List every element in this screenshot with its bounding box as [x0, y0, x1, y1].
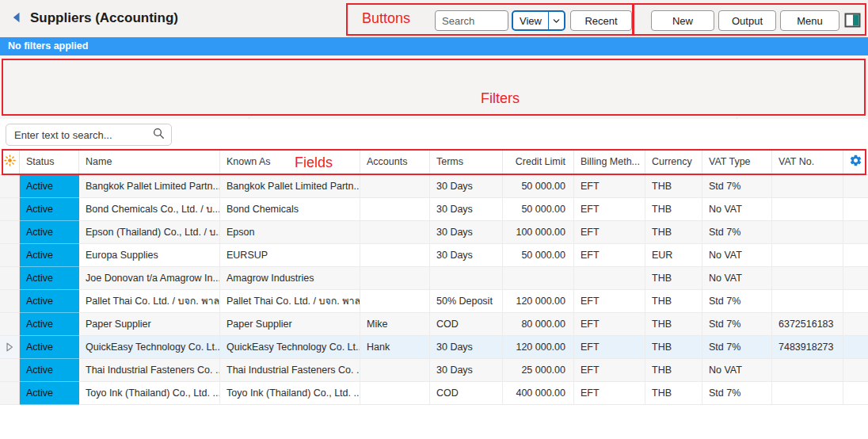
cell-terms: 30 Days: [430, 221, 503, 244]
cell-status: Active: [20, 382, 79, 405]
new-button[interactable]: New: [651, 10, 714, 31]
cell-accounts: [360, 290, 430, 313]
list-search-row: [0, 119, 868, 149]
column-header-name[interactable]: Name: [79, 149, 220, 174]
cell-credit-limit: 120 000.00: [503, 290, 574, 313]
back-icon: [10, 11, 23, 27]
cell-credit-limit: 50 000.00: [503, 244, 574, 267]
table-row[interactable]: Active Bond Chemicals Co., Ltd. / บ... B…: [0, 198, 868, 221]
status-badge: Active: [26, 181, 53, 192]
cell-terms: 30 Days: [430, 175, 503, 198]
toolbar-search-input[interactable]: [435, 10, 508, 31]
cell-vat-type: No VAT: [702, 359, 772, 382]
cell-vat-type: Std 7%: [702, 313, 772, 336]
cell-vat-no: 6372516183: [772, 313, 843, 336]
row-selector-gutter: [0, 359, 20, 382]
column-header-currency[interactable]: Currency: [645, 149, 702, 174]
menu-button-label: Menu: [797, 15, 823, 27]
cell-vat-type: Std 7%: [702, 175, 772, 198]
cell-vat-no: [772, 382, 843, 405]
recent-button[interactable]: Recent: [570, 10, 632, 31]
back-button[interactable]: [10, 12, 24, 26]
cell-terms: 30 Days: [430, 244, 503, 267]
cell-name: Europa Supplies: [79, 244, 220, 267]
cell-known-as: Amagrow Industries: [220, 267, 360, 290]
cell-end-spacer: [843, 336, 868, 359]
cell-accounts: [360, 244, 430, 267]
cell-status: Active: [20, 267, 79, 290]
cell-vat-no: [772, 198, 843, 221]
filter-row-toggle[interactable]: [0, 149, 20, 174]
cell-known-as: Bond Chemicals: [220, 198, 360, 221]
cell-accounts: [360, 198, 430, 221]
cell-name: Joe Donovan t/a Amagrow In...: [79, 267, 220, 290]
cell-end-spacer: [843, 382, 868, 405]
table-row[interactable]: Active Thai Industrial Fasteners Co. ...…: [0, 359, 868, 382]
status-badge: Active: [26, 387, 53, 399]
cell-name: Epson (Thailand) Co., Ltd. / บ...: [79, 221, 220, 244]
column-settings-button[interactable]: [843, 149, 868, 174]
cell-terms: 30 Days: [430, 336, 503, 359]
cell-status: Active: [20, 244, 79, 267]
cell-status: Active: [20, 221, 79, 244]
column-header-vat-no[interactable]: VAT No.: [772, 149, 843, 174]
cell-credit-limit: 80 000.00: [503, 313, 574, 336]
table-row[interactable]: Active QuickEasy Technology Co. Lt... Qu…: [0, 336, 868, 359]
cell-vat-no: [772, 221, 843, 244]
cell-billing-method: EFT: [574, 175, 645, 198]
cell-billing-method: EFT: [574, 221, 645, 244]
column-header-vat-type[interactable]: VAT Type: [702, 149, 772, 174]
cell-name: Bangkok Pallet Limited Partn...: [79, 175, 220, 198]
cell-billing-method: EFT: [574, 198, 645, 221]
table-row[interactable]: Active Bangkok Pallet Limited Partn... B…: [0, 175, 868, 198]
cell-currency: THB: [645, 175, 702, 198]
row-selector-gutter: [0, 382, 20, 405]
table-row[interactable]: Active Epson (Thailand) Co., Ltd. / บ...…: [0, 221, 868, 244]
output-button[interactable]: Output: [718, 10, 776, 31]
view-button[interactable]: View: [512, 10, 565, 31]
column-header-terms[interactable]: Terms: [430, 149, 503, 174]
filter-panel: Set No Date Created Date 30/12/1999 to 3…: [0, 55, 868, 119]
column-header-accounts[interactable]: Accounts: [360, 149, 430, 174]
cell-end-spacer: [843, 175, 868, 198]
cell-terms: [430, 267, 503, 290]
row-selector-gutter: [0, 198, 20, 221]
cell-terms: 30 Days: [430, 198, 503, 221]
table-row[interactable]: Active Joe Donovan t/a Amagrow In... Ama…: [0, 267, 868, 290]
cell-credit-limit: 50 000.00: [503, 198, 574, 221]
row-selector-gutter: [0, 267, 20, 290]
status-badge: Active: [26, 365, 53, 376]
panel-toggle-icon[interactable]: [844, 12, 861, 29]
page-title: Suppliers (Accounting): [30, 10, 178, 26]
cell-billing-method: EFT: [574, 244, 645, 267]
cell-currency: THB: [645, 198, 702, 221]
cell-terms: 50% Deposit: [430, 290, 503, 313]
table-row[interactable]: Active Toyo Ink (Thailand) Co., Ltd. ...…: [0, 382, 868, 405]
cell-billing-method: EFT: [574, 382, 645, 405]
cell-accounts: [360, 175, 430, 198]
cell-known-as: QuickEasy Technology Co. Lt...: [220, 336, 360, 359]
column-header-known-as[interactable]: Known As: [220, 149, 360, 174]
table-row[interactable]: Active Europa Supplies EURSUP 30 Days 50…: [0, 244, 868, 267]
status-badge: Active: [26, 250, 53, 261]
cell-known-as: Pallet Thai Co. Ltd. / บจก. พาล...: [220, 290, 360, 313]
cell-currency: THB: [645, 267, 702, 290]
table-row[interactable]: Active Pallet Thai Co. Ltd. / บจก. พาล..…: [0, 290, 868, 313]
row-selector-gutter: [0, 336, 20, 359]
row-selector-gutter: [0, 313, 20, 336]
column-header-billing-method[interactable]: Billing Meth...: [574, 149, 645, 174]
menu-button[interactable]: Menu: [780, 10, 839, 31]
list-search-input[interactable]: [13, 128, 153, 142]
chevron-down-icon[interactable]: [549, 17, 564, 25]
table-row[interactable]: Active Paper Supplier Paper Supplier Mik…: [0, 313, 868, 336]
cell-vat-no: [772, 290, 843, 313]
cell-billing-method: EFT: [574, 290, 645, 313]
column-header-status[interactable]: Status: [20, 149, 79, 174]
cell-status: Active: [20, 336, 79, 359]
search-icon[interactable]: [153, 128, 165, 143]
cell-end-spacer: [843, 359, 868, 382]
column-header-credit-limit[interactable]: Credit Limit: [503, 149, 574, 174]
list-search-box[interactable]: [6, 124, 172, 146]
cell-billing-method: EFT: [574, 336, 645, 359]
cell-vat-no: [772, 267, 843, 290]
